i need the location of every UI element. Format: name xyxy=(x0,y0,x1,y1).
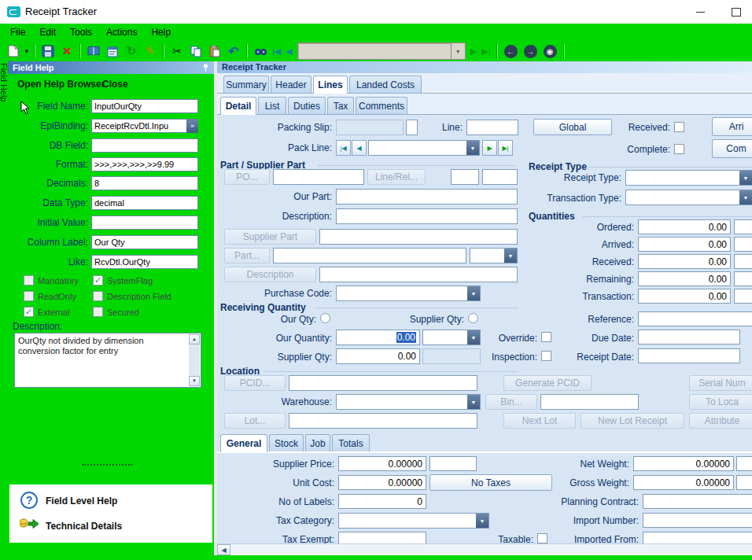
minimize-button[interactable] xyxy=(683,0,717,24)
tab-general[interactable]: General xyxy=(220,434,267,452)
initial-value-input[interactable] xyxy=(91,216,198,230)
new-dropdown-icon[interactable]: ▼ xyxy=(23,48,31,55)
receipt-date-input[interactable] xyxy=(638,348,740,363)
back-icon[interactable]: ← xyxy=(504,45,518,58)
inspection-checkbox[interactable] xyxy=(541,351,551,361)
transaction-type-combobox[interactable]: ▼ xyxy=(625,190,752,205)
previous-record-icon[interactable]: ◀ xyxy=(283,46,294,57)
arrived-button[interactable]: Arri xyxy=(712,117,752,136)
field-level-help-link[interactable]: Field Level Help xyxy=(46,496,117,507)
readonly-checkbox[interactable] xyxy=(24,291,34,301)
maximize-button[interactable] xyxy=(719,0,752,24)
splitter-grip[interactable] xyxy=(82,464,132,466)
field-name-input[interactable]: InputOurQty xyxy=(91,99,198,113)
reference-input[interactable] xyxy=(638,311,752,326)
line-input[interactable] xyxy=(466,120,518,135)
chevron-down-icon[interactable]: ▼ xyxy=(467,286,480,300)
no-of-labels-input[interactable]: 0 xyxy=(338,494,426,509)
po-release-input[interactable] xyxy=(482,169,518,185)
receipt-type-combobox[interactable]: ▼ xyxy=(625,170,752,186)
format-input[interactable]: >>>,>>>,>>>,>>9.99 xyxy=(91,157,198,171)
chevron-down-icon[interactable]: ▼ xyxy=(476,514,488,528)
paste-icon[interactable] xyxy=(205,42,224,60)
received-qty-input[interactable]: 0.00 xyxy=(638,254,731,269)
packing-slip-input[interactable] xyxy=(336,120,404,135)
pack-line-last-icon[interactable]: ▶| xyxy=(498,140,513,156)
tab-list[interactable]: List xyxy=(258,97,286,114)
received-checkbox[interactable] xyxy=(674,122,684,132)
technical-details-link[interactable]: Technical Details xyxy=(46,521,122,532)
warehouse-combobox[interactable]: ▼ xyxy=(336,394,481,410)
tab-tax[interactable]: Tax xyxy=(327,97,354,114)
tab-detail[interactable]: Detail xyxy=(220,97,256,115)
secured-checkbox[interactable] xyxy=(93,307,103,317)
pack-line-first-icon[interactable]: |◀ xyxy=(336,140,351,156)
po-line-input[interactable] xyxy=(451,169,479,185)
tab-header[interactable]: Header xyxy=(271,76,311,93)
tab-summary[interactable]: Summary xyxy=(223,76,269,93)
chevron-down-icon[interactable]: ▼ xyxy=(466,141,479,155)
data-type-input[interactable]: decimal xyxy=(91,196,198,210)
purchase-code-combobox[interactable]: ▼ xyxy=(336,286,481,301)
chevron-down-icon[interactable]: ▼ xyxy=(467,395,480,409)
forward-icon[interactable]: → xyxy=(524,45,537,58)
tab-totals[interactable]: Totals xyxy=(332,434,370,451)
horizontal-scrollbar[interactable]: ◀ xyxy=(217,543,752,555)
ordered-input[interactable]: 0.00 xyxy=(638,219,731,234)
remaining-input[interactable]: 0.00 xyxy=(638,271,731,286)
part-combobox[interactable]: ▼ xyxy=(470,248,518,263)
book-icon[interactable] xyxy=(84,42,103,60)
remaining-aux-input[interactable] xyxy=(734,271,752,286)
supplier-qty-input[interactable]: 0.00 xyxy=(336,348,420,364)
new-icon[interactable] xyxy=(4,42,23,60)
tab-lines[interactable]: Lines xyxy=(313,76,348,94)
lot-input[interactable] xyxy=(289,413,477,429)
save-icon[interactable] xyxy=(39,42,57,60)
cut-icon[interactable]: ✂ xyxy=(168,42,186,60)
pcid-input[interactable] xyxy=(289,375,477,391)
supplier-price-input[interactable]: 0.00000 xyxy=(338,456,426,471)
search-icon[interactable] xyxy=(251,42,270,60)
import-number-input[interactable] xyxy=(643,513,752,528)
next-record-icon[interactable]: ▶ xyxy=(468,46,479,57)
our-quantity-input[interactable]: 0.00 xyxy=(336,330,420,345)
mandatory-checkbox[interactable] xyxy=(24,275,34,286)
notes-icon[interactable] xyxy=(103,42,122,60)
menu-tools[interactable]: Tools xyxy=(63,25,99,39)
transaction-input[interactable]: 0.00 xyxy=(638,289,731,304)
menu-help[interactable]: Help xyxy=(144,25,178,39)
supplier-part-input[interactable] xyxy=(319,229,518,245)
chevron-down-icon[interactable]: ▼ xyxy=(739,171,752,185)
packing-slip-aux-input[interactable] xyxy=(406,120,418,135)
toolbar-record-combobox[interactable]: ▼ xyxy=(297,42,466,60)
edit-icon[interactable]: ✎ xyxy=(141,42,160,60)
systemflag-checkbox[interactable]: ✓ xyxy=(93,275,103,286)
scroll-down-icon[interactable]: ▼ xyxy=(189,376,200,386)
taxable-checkbox[interactable] xyxy=(537,533,547,543)
refresh-icon[interactable]: ↻ xyxy=(122,42,141,60)
epibinding-more-button[interactable]: » xyxy=(186,119,198,133)
tab-duties[interactable]: Duties xyxy=(288,97,326,114)
last-record-icon[interactable]: ▶| xyxy=(479,46,492,57)
tab-comments[interactable]: Comments xyxy=(356,97,407,114)
override-checkbox[interactable] xyxy=(541,332,551,342)
tab-landed-costs[interactable]: Landed Costs xyxy=(349,76,422,93)
description-textarea[interactable]: OurQty not divided by dimension conversi… xyxy=(14,333,201,388)
unit-cost-input[interactable]: 0.00000 xyxy=(338,475,426,490)
bin-input[interactable] xyxy=(540,394,639,410)
pack-line-previous-icon[interactable]: ◀ xyxy=(352,140,367,156)
transaction-aux-input[interactable] xyxy=(734,289,752,304)
chevron-down-icon[interactable]: ▼ xyxy=(467,330,480,344)
due-date-input[interactable] xyxy=(638,330,740,344)
global-button[interactable]: Global xyxy=(533,119,612,135)
copy-icon[interactable] xyxy=(186,42,205,60)
close-help-link[interactable]: Close xyxy=(102,79,128,90)
our-part-input[interactable] xyxy=(336,189,518,204)
first-record-icon[interactable]: |◀ xyxy=(270,46,283,57)
scroll-left-icon[interactable]: ◀ xyxy=(217,544,230,555)
arrived-aux-input[interactable] xyxy=(734,237,752,252)
pin-icon[interactable] xyxy=(201,63,210,72)
tax-category-combobox[interactable]: ▼ xyxy=(338,513,489,529)
net-weight-input[interactable]: 0.00000 xyxy=(633,456,734,471)
menu-edit[interactable]: Edit xyxy=(32,25,63,39)
